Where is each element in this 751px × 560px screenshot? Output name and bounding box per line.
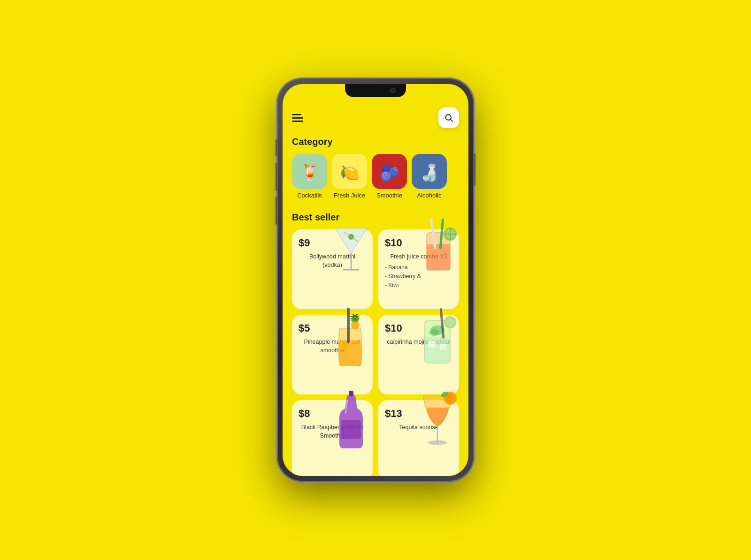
svg-text:🍋: 🍋: [340, 163, 360, 182]
svg-text:🍍: 🍍: [346, 313, 364, 330]
category-item-smoothie[interactable]: 🫐 Smoothie: [372, 154, 407, 199]
cocktails-image: 🍹: [292, 154, 327, 189]
category-item-cocktails[interactable]: 🍹 Cockatils: [292, 154, 327, 199]
notch: [345, 84, 406, 97]
product-card-pineapple-mango[interactable]: 🍍 $5 Pineapple mango soft smoothie: [292, 315, 373, 394]
smoothie-glass-icon: 🍍: [329, 305, 371, 366]
volume-down-button: [276, 197, 277, 225]
product-card-caipirinha-mojito[interactable]: $10 caipirinha mojito cocktail: [378, 315, 459, 394]
category-item-fresh-juice[interactable]: 🍋 Fresh Juice: [332, 154, 367, 199]
hamburger-menu-button[interactable]: [292, 114, 303, 122]
product-card-tequila-sunrise[interactable]: $13 Tequila sunrise: [378, 400, 459, 476]
product-image-raspberry-vanilla: [328, 390, 375, 451]
svg-point-34: [446, 318, 454, 326]
svg-rect-16: [427, 244, 450, 270]
category-label-alcoholic: Alcoholic: [417, 192, 441, 199]
svg-rect-29: [425, 337, 450, 363]
app-header: [292, 107, 459, 128]
svg-text:🍹: 🍹: [300, 163, 320, 182]
product-card-bollywood-martini[interactable]: $9 Bollywood martini(vodka): [292, 229, 373, 309]
search-button[interactable]: [438, 107, 459, 128]
category-label-smoothie: Smoothie: [376, 192, 402, 199]
mute-button: [276, 139, 277, 156]
category-label-cocktails: Cockatils: [297, 192, 322, 199]
category-image-smoothie: 🫐: [372, 154, 407, 189]
product-image-pineapple-mango: 🍍: [327, 305, 374, 366]
svg-point-0: [445, 114, 451, 120]
product-image-bollywood-martini: [328, 218, 375, 279]
svg-rect-30: [428, 341, 436, 348]
category-item-alcoholic[interactable]: 🍶 Alcoholic: [412, 154, 447, 199]
app-screen: Category 🍹 Cockatils: [283, 84, 468, 476]
category-label-fresh-juice: Fresh Juice: [334, 192, 365, 199]
smoothie-image: 🫐: [372, 154, 407, 189]
phone-mockup: Category 🍹 Cockatils: [277, 78, 474, 482]
svg-text:🍶: 🍶: [420, 163, 440, 182]
category-section-title: Category: [292, 136, 459, 147]
mojito-glass-icon: [416, 304, 459, 365]
category-image-cocktails: 🍹: [292, 154, 327, 189]
phone-screen: Category 🍹 Cockatils: [283, 84, 468, 476]
alcoholic-image: 🍶: [412, 154, 447, 189]
svg-rect-36: [349, 391, 353, 396]
svg-text:🫐: 🫐: [380, 163, 400, 182]
svg-rect-31: [440, 344, 446, 350]
juice-combo-icon: [417, 216, 460, 277]
svg-marker-10: [335, 227, 368, 253]
martini-glass-icon: [330, 223, 372, 279]
front-camera: [390, 88, 396, 93]
volume-up-button: [276, 163, 277, 191]
svg-point-28: [429, 329, 439, 336]
tequila-glass-icon: [416, 389, 459, 450]
svg-rect-35: [341, 420, 361, 439]
fresh-juice-image: 🍋: [332, 154, 367, 189]
purple-bottle-icon: [330, 390, 372, 451]
category-image-alcoholic: 🍶: [412, 154, 447, 189]
product-card-fresh-juice-combo[interactable]: $10 Fresh juice combo X3 - Banana- Straw…: [378, 229, 459, 309]
svg-line-1: [451, 120, 453, 122]
product-image-tequila-sunrise: [414, 389, 461, 450]
product-card-raspberry-vanilla[interactable]: $8 Black Raspberry-Vanilla Smoothie: [292, 400, 373, 476]
svg-point-38: [428, 440, 447, 445]
products-grid: $9 Bollywood martini(vodka): [292, 229, 459, 476]
category-list: 🍹 Cockatils 🍋 Fresh Juice: [292, 154, 459, 199]
product-image-fresh-juice-combo: [415, 216, 462, 277]
power-button: [474, 153, 475, 186]
svg-point-25: [338, 341, 348, 349]
product-image-caipirinha-mojito: [414, 304, 461, 365]
category-image-fresh-juice: 🍋: [332, 154, 367, 189]
search-icon: [444, 113, 453, 122]
